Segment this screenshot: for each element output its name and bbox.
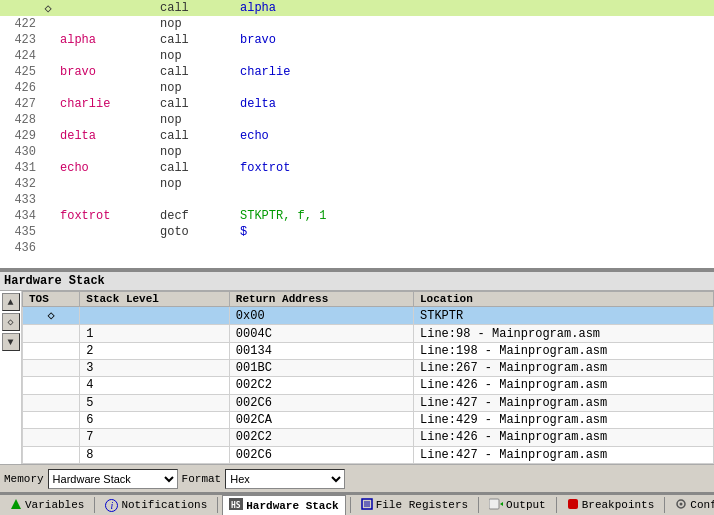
label-col: charlie [56,96,156,112]
location: Line:267 - Mainprogram.asm [414,360,714,377]
stack-table: TOS Stack Level Return Address Location … [22,291,714,464]
tos-indicator: ◇ [23,307,80,325]
arrow-indicator [40,32,56,48]
code-row: 422nop [0,16,714,32]
status-bar: VariablesiNotificationsHSHardware StackF… [0,493,714,515]
code-row: 427charliecalldelta [0,96,714,112]
arrow-indicator [40,240,56,256]
label-col [56,16,156,32]
status-item-file-registers[interactable]: File Registers [355,496,474,515]
bottom-toolbar: Memory Hardware StackData MemoryProgram … [0,464,714,492]
operand-col: $ [236,224,714,240]
variables-label: Variables [25,499,84,511]
stack-level: 7 [80,429,230,446]
location: STKPTR [414,307,714,325]
up-button[interactable]: ▲ [2,293,20,311]
operand-col: alpha [236,0,714,16]
arrow-indicator [40,224,56,240]
label-col: delta [56,128,156,144]
memory-dropdown[interactable]: Hardware StackData MemoryProgram Memory [48,469,178,489]
return-address: 002C6 [229,446,413,463]
stack-row: 5002C6Line:427 - Mainprogram.asm [23,394,714,411]
location: Line:198 - Mainprogram.asm [414,342,714,359]
operand-col: charlie [236,64,714,80]
instruction-col: nop [156,16,236,32]
stack-level: 6 [80,411,230,428]
instruction-col: decf [156,208,236,224]
instruction-col: nop [156,176,236,192]
hw-stack-inner: TOS Stack Level Return Address Location … [22,291,714,464]
stack-row: 6002CALine:429 - Mainprogram.asm [23,411,714,428]
diamond-button[interactable]: ◇ [2,313,20,331]
hw-stack-title: Hardware Stack [4,274,105,288]
instruction-col [156,240,236,256]
label-col: foxtrot [56,208,156,224]
code-row: 434foxtrotdecfSTKPTR, f, 1 [0,208,714,224]
label-col [56,80,156,96]
variables-icon [10,498,22,513]
arrow-indicator [40,112,56,128]
tos-indicator [23,429,80,446]
operand-col [236,176,714,192]
status-separator [94,497,95,513]
operand-col [236,144,714,160]
instruction-col: call [156,64,236,80]
operand-col [236,80,714,96]
hardware-stack-icon: HS [229,498,243,513]
code-table: ◇callalpha422nop423alphacallbravo424nop4… [0,0,714,256]
hw-stack-toolbar: ▲ ◇ ▼ [0,291,22,464]
stack-level: 4 [80,377,230,394]
file-registers-label: File Registers [376,499,468,511]
code-row: 433 [0,192,714,208]
label-col [56,0,156,16]
status-item-configuration-bits[interactable]: Configuration Bits [669,496,714,515]
output-icon [489,498,503,513]
status-item-notifications[interactable]: iNotifications [99,497,213,514]
status-separator [664,497,665,513]
instruction-col: call [156,0,236,16]
arrow-indicator [40,192,56,208]
code-row: 431echocallfoxtrot [0,160,714,176]
return-address: 002CA [229,411,413,428]
code-area: ◇callalpha422nop423alphacallbravo424nop4… [0,0,714,270]
status-item-variables[interactable]: Variables [4,496,90,515]
line-number: 426 [0,80,40,96]
status-separator [478,497,479,513]
stack-row: 7002C2Line:426 - Mainprogram.asm [23,429,714,446]
format-dropdown[interactable]: HexDecimalBinary [225,469,345,489]
code-row: 425bravocallcharlie [0,64,714,80]
instruction-col: nop [156,80,236,96]
code-row: 423alphacallbravo [0,32,714,48]
code-row: 424nop [0,48,714,64]
return-address: 001BC [229,360,413,377]
status-separator [217,497,218,513]
line-number [0,0,40,16]
stack-level [80,307,230,325]
arrow-indicator [40,96,56,112]
operand-col [236,48,714,64]
status-item-output[interactable]: Output [483,496,552,515]
return-address: 002C6 [229,394,413,411]
tos-indicator [23,360,80,377]
arrow-indicator [40,160,56,176]
return-address: 002C2 [229,377,413,394]
down-button[interactable]: ▼ [2,333,20,351]
label-col [56,112,156,128]
line-number: 423 [0,32,40,48]
arrow-indicator [40,16,56,32]
col-location: Location [414,292,714,307]
code-row: 429deltacallecho [0,128,714,144]
instruction-col: nop [156,48,236,64]
location: Line:98 - Mainprogram.asm [414,325,714,342]
status-item-breakpoints[interactable]: Breakpoints [561,496,661,515]
status-item-hardware-stack[interactable]: HSHardware Stack [222,495,345,515]
line-number: 424 [0,48,40,64]
code-row: 432nop [0,176,714,192]
label-col [56,192,156,208]
stack-row: 3001BCLine:267 - Mainprogram.asm [23,360,714,377]
operand-col [236,240,714,256]
instruction-col: nop [156,144,236,160]
return-address: 0x00 [229,307,413,325]
hw-stack-content[interactable]: TOS Stack Level Return Address Location … [22,291,714,464]
notifications-label: Notifications [121,499,207,511]
